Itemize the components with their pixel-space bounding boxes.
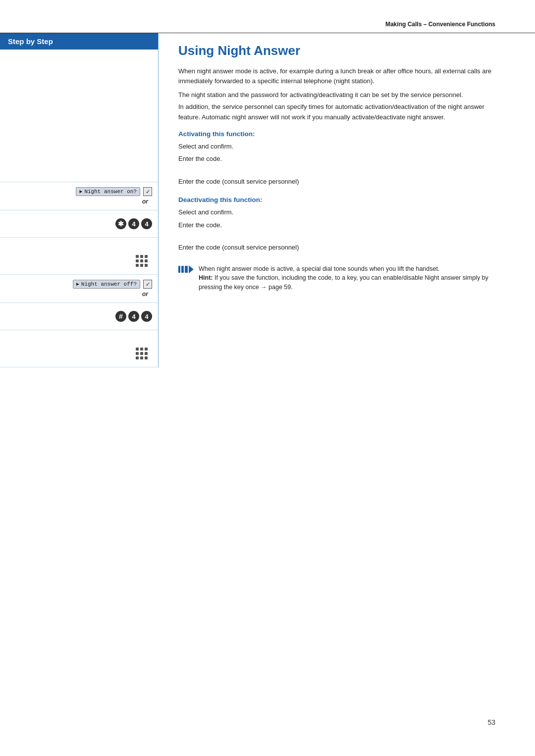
hint-detail-content: If you save the function, including the … [199,274,488,291]
activating-select-text: Select and confirm. [178,142,233,151]
step-by-step-label: Step by Step [8,37,53,46]
activate-code-symbols: ✱ 4 4 [115,218,152,229]
or-text-1: or [2,198,148,205]
left-column: Step by Step ► Night answer on? ✓ or ✱ 4… [0,33,159,367]
deactivate-code-row: # 4 4 [0,303,158,330]
night-answer-on-row: ► Night answer on? ✓ or [0,182,158,210]
hint-bold: Hint: [199,274,213,281]
intro-p3: In addition, the service personnel can s… [178,102,495,122]
menu-arrow-icon: ► [79,189,82,195]
hint-text-block: When night answer mode is active, a spec… [199,264,495,292]
intro-p1: When night answer mode is active, for ex… [178,66,495,86]
four-circle-1: 4 [128,218,139,229]
main-layout: Step by Step ► Night answer on? ✓ or ✱ 4… [0,33,535,367]
menu-arrow-off-icon: ► [76,282,79,287]
activate-code-row: ✱ 4 4 [0,210,158,238]
deactivating-select-text: Select and confirm. [178,207,233,217]
tip-triangle-icon [189,265,194,273]
hint-detail-text: Hint: If you save the function, includin… [199,274,488,291]
small-spacer [0,238,158,248]
activating-heading: Activating this function: [178,130,495,138]
four-circle-2: 4 [141,218,152,229]
hint-main-text: When night answer mode is active, a spec… [199,265,439,272]
four-circle-3: 4 [128,311,139,322]
deactivating-enter-code-text: Enter the code. [178,220,222,230]
deactivate-code-symbols: # 4 4 [115,311,152,322]
deactivating-select-row: Select and confirm. [178,207,495,217]
header-title: Making Calls – Convenience Functions [385,21,495,28]
four-circle-4: 4 [141,311,152,322]
page-header: Making Calls – Convenience Functions [0,0,535,33]
night-answer-off-row: ► Night answer off? ✓ or [0,275,158,303]
keypad-row-deactivate [0,340,158,367]
tip-icon [178,265,194,273]
tip-bar-3 [185,266,188,273]
tip-bars [178,266,188,273]
intro-spacer [0,50,158,182]
hash-circle: # [115,311,126,322]
activating-enter-code-row: Enter the code. [178,154,495,164]
deactivating-select-block: Select and confirm. Enter the code. [178,207,495,230]
deactivating-consult-text: Enter the code (consult service personne… [178,243,299,252]
page-title: Using Night Answer [178,43,495,58]
small-spacer-2 [0,330,158,340]
intro-text: When night answer mode is active, for ex… [178,66,495,122]
or-text-2: or [2,291,148,298]
night-answer-on-label: Night answer on? [84,189,137,195]
hint-box: When night answer mode is active, a spec… [178,264,495,292]
tip-bar-1 [178,266,180,273]
activating-consult-text: Enter the code (consult service personne… [178,177,299,187]
deactivating-consult-row: Enter the code (consult service personne… [178,243,495,252]
night-answer-off-button: ► Night answer off? [73,280,140,289]
night-answer-off-label: Night answer off? [81,281,137,287]
keypad-row-activate [0,248,158,275]
activating-select-row: Select and confirm. [178,142,495,151]
page-number: 53 [487,718,495,726]
deactivating-heading: Deactivating this function: [178,196,495,203]
right-column: Using Night Answer When night answer mod… [159,33,535,367]
star-circle: ✱ [115,218,126,229]
night-answer-on-button: ► Night answer on? [76,187,140,196]
checkmark-box-off: ✓ [143,280,152,289]
keypad-grid-icon-2 [136,348,148,360]
activating-consult-row: Enter the code (consult service personne… [178,177,495,187]
intro-p2: The night station and the password for a… [178,90,495,100]
checkmark-box: ✓ [143,187,152,196]
tip-bar-2 [181,266,184,273]
activating-enter-code-text: Enter the code. [178,154,222,164]
keypad-grid-icon [136,255,148,267]
activating-select-block: Select and confirm. Enter the code. [178,142,495,164]
step-by-step-banner: Step by Step [0,33,158,50]
deactivating-enter-code-row: Enter the code. [178,220,495,230]
